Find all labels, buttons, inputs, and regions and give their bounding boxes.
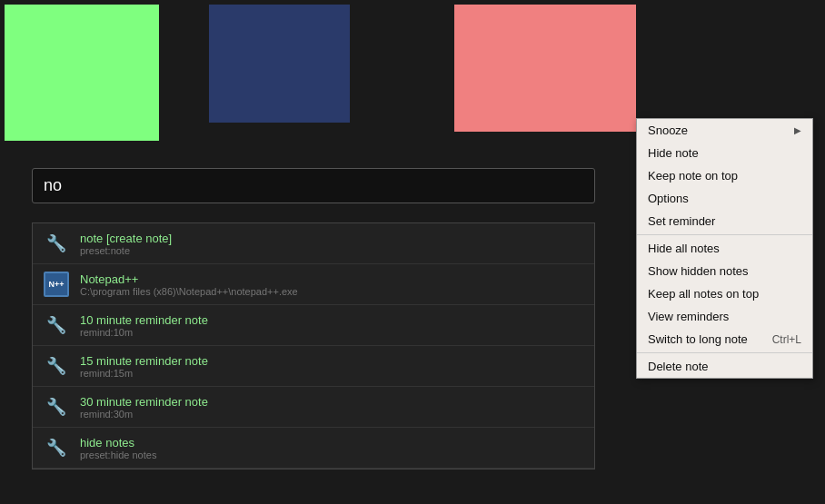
- result-sublabel: remind:15m: [80, 368, 208, 379]
- search-input[interactable]: [32, 168, 595, 203]
- result-text: note [create note] preset:note: [80, 232, 172, 256]
- submenu-arrow-icon: ▶: [794, 125, 801, 135]
- result-text: hide notes preset:hide notes: [80, 436, 156, 460]
- result-item[interactable]: 🔧 10 minute reminder note remind:10m: [33, 305, 594, 346]
- menu-shortcut: Ctrl+L: [772, 333, 801, 346]
- result-label: 10 minute reminder note: [80, 313, 208, 327]
- result-item[interactable]: 🔧 30 minute reminder note remind:30m: [33, 387, 594, 428]
- result-sublabel: remind:10m: [80, 327, 208, 338]
- menu-item-delete-note[interactable]: Delete note: [637, 355, 812, 378]
- menu-item-label: Keep all notes on top: [648, 287, 759, 301]
- menu-item-options[interactable]: Options: [637, 187, 812, 210]
- menu-item-label: Delete note: [648, 360, 709, 373]
- result-text: 30 minute reminder note remind:30m: [80, 395, 208, 420]
- menu-item-label: Hide note: [648, 146, 699, 160]
- wrench-icon: 🔧: [42, 229, 71, 258]
- result-label: hide notes: [80, 436, 156, 450]
- search-container: [32, 168, 595, 203]
- menu-item-snooze[interactable]: Snooze ▶: [637, 119, 812, 142]
- result-label: 15 minute reminder note: [80, 354, 208, 368]
- wrench-icon: 🔧: [42, 392, 71, 421]
- menu-item-set-reminder[interactable]: Set reminder: [637, 210, 812, 232]
- menu-item-label: View reminders: [648, 310, 729, 323]
- menu-item-keep-all-notes-on-top[interactable]: Keep all notes on top: [637, 282, 812, 305]
- menu-item-view-reminders[interactable]: View reminders: [637, 305, 812, 328]
- result-item[interactable]: 🔧 note [create note] preset:note: [33, 223, 594, 264]
- menu-item-hide-all-notes[interactable]: Hide all notes: [637, 237, 812, 260]
- result-label: note [create note]: [80, 232, 172, 245]
- sticky-note-pink[interactable]: [454, 5, 636, 132]
- menu-item-label: Switch to long note: [648, 332, 748, 346]
- result-label: Notepad++: [80, 272, 298, 286]
- notepadpp-icon: N++: [42, 270, 71, 299]
- results-list: 🔧 note [create note] preset:note N++ Not…: [32, 222, 595, 469]
- result-sublabel: preset:hide notes: [80, 450, 156, 460]
- menu-item-label: Show hidden notes: [648, 264, 749, 278]
- menu-item-switch-to-long-note[interactable]: Switch to long note Ctrl+L: [637, 328, 812, 351]
- menu-item-label: Snooze: [648, 124, 688, 137]
- menu-separator: [637, 234, 812, 235]
- result-text: 15 minute reminder note remind:15m: [80, 354, 208, 379]
- menu-item-hide-note[interactable]: Hide note: [637, 142, 812, 164]
- result-item[interactable]: N++ Notepad++ C:\program files (x86)\Not…: [33, 264, 594, 305]
- result-text: 10 minute reminder note remind:10m: [80, 313, 208, 338]
- menu-item-label: Hide all notes: [648, 242, 720, 255]
- result-item[interactable]: 🔧 15 minute reminder note remind:15m: [33, 346, 594, 387]
- result-text: Notepad++ C:\program files (x86)\Notepad…: [80, 272, 298, 297]
- result-sublabel: remind:30m: [80, 409, 208, 420]
- menu-item-label: Options: [648, 192, 689, 205]
- wrench-icon: 🔧: [42, 433, 71, 462]
- menu-item-label: Set reminder: [648, 214, 715, 228]
- wrench-icon: 🔧: [42, 311, 71, 340]
- wrench-icon: 🔧: [42, 351, 71, 380]
- result-sublabel: C:\program files (x86)\Notepad++\notepad…: [80, 286, 298, 297]
- menu-item-label: Keep note on top: [648, 169, 738, 183]
- result-sublabel: preset:note: [80, 245, 172, 256]
- result-label: 30 minute reminder note: [80, 395, 208, 409]
- result-item[interactable]: 🔧 hide notes preset:hide notes: [33, 428, 594, 469]
- sticky-note-dark-blue[interactable]: [209, 5, 350, 123]
- menu-separator: [637, 352, 812, 353]
- menu-item-keep-note-on-top[interactable]: Keep note on top: [637, 164, 812, 187]
- context-menu: Snooze ▶ Hide note Keep note on top Opti…: [636, 118, 813, 379]
- menu-item-show-hidden-notes[interactable]: Show hidden notes: [637, 260, 812, 282]
- sticky-note-green[interactable]: [5, 5, 159, 141]
